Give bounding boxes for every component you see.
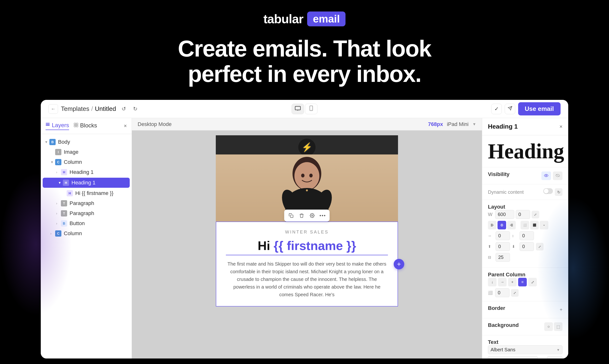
padding-top-input[interactable]	[496, 242, 510, 251]
align-left-button[interactable]	[488, 221, 497, 229]
spacing-1-button[interactable]: ⬜	[521, 221, 529, 229]
logo-lightning-icon: ⚡	[302, 142, 312, 152]
tab-blocks[interactable]: Blocks	[74, 122, 97, 130]
blocks-tab-label: Blocks	[80, 122, 97, 129]
font-weight-select[interactable]: Extra bold ▼	[488, 356, 538, 359]
text-label: Text	[488, 339, 498, 345]
dynamic-toggle[interactable]	[543, 188, 553, 194]
heading-preview: Heading	[488, 140, 564, 163]
para1-label: Paragraph	[69, 200, 128, 207]
layers-icon	[46, 123, 50, 128]
breadcrumb-parent[interactable]: Templates	[61, 105, 89, 113]
align-center-button[interactable]	[498, 221, 506, 229]
svg-rect-22	[291, 215, 293, 218]
check-button[interactable]: ✓	[491, 104, 502, 114]
undo-icon: ↺	[122, 106, 126, 112]
column1-chevron: ▼	[50, 160, 55, 164]
parent-expand2-button[interactable]: ⤢	[511, 289, 519, 297]
layer-item-column2[interactable]: › C Column	[41, 228, 132, 238]
left-panel: Layers Blocks ×	[41, 118, 132, 359]
breadcrumb-current: Untitled	[95, 105, 116, 113]
more-toolbar-icon[interactable]: •••	[319, 212, 327, 219]
layer-item-para2[interactable]: › T Paragraph	[41, 208, 132, 218]
svg-rect-9	[76, 123, 78, 125]
use-email-button[interactable]: Use email	[518, 102, 561, 116]
back-button[interactable]: ←	[48, 104, 58, 114]
width-input[interactable]	[495, 210, 514, 219]
parent-plus-button[interactable]: +	[508, 278, 517, 286]
heading1-type-badge: H	[61, 169, 67, 175]
background-label: Background	[488, 322, 519, 328]
layout-section: Layout W ⤢	[482, 200, 568, 268]
copy-toolbar-icon[interactable]	[287, 212, 295, 219]
right-panel-close-button[interactable]: ×	[559, 124, 563, 130]
expand-layout-button[interactable]: ⤢	[532, 211, 539, 218]
dynamic-content-label: Dynamic content	[488, 189, 524, 195]
background-section: Background ○ ⬚	[482, 318, 568, 335]
logo-text: tabular	[263, 12, 303, 26]
layer-item-heading1[interactable]: › H Heading 1	[41, 167, 132, 177]
layer-item-para1[interactable]: › T Paragraph	[41, 198, 132, 208]
font-size-input[interactable]	[547, 356, 563, 359]
spacing-2-button[interactable]: ⬛	[530, 221, 539, 229]
hi-label: Hi {{ firstname }}	[75, 190, 128, 196]
dynamic-controls: ↻	[543, 188, 563, 196]
bg-image-button[interactable]: ⬚	[554, 322, 563, 331]
toggle-knob	[544, 189, 549, 194]
parent-padding-input[interactable]	[495, 288, 510, 297]
layer-item-column1[interactable]: ▼ C Column	[41, 157, 132, 167]
parent-expand-button[interactable]: ⤢	[528, 278, 537, 286]
svg-rect-6	[46, 125, 50, 126]
send-button[interactable]	[505, 104, 515, 114]
visibility-show-button[interactable]	[541, 171, 551, 180]
add-border-button[interactable]: +	[560, 307, 563, 312]
layer-item-hi-firstname[interactable]: H Hi {{ firstname }}	[41, 188, 132, 198]
layer-item-heading1-selected[interactable]: ▼ H Heading 1	[43, 178, 130, 188]
bg-color-button[interactable]: ○	[544, 322, 553, 331]
parent-center-button[interactable]: ≡	[518, 278, 527, 286]
padding-bot-input[interactable]	[520, 242, 534, 251]
visibility-section: Visibility	[482, 167, 568, 184]
align-right-button[interactable]	[507, 221, 516, 229]
visibility-label: Visibility	[488, 171, 510, 177]
parent-column-label: Parent Column	[488, 272, 525, 278]
send-icon	[508, 106, 512, 112]
visibility-hide-button[interactable]	[553, 171, 563, 180]
svg-rect-28	[501, 224, 503, 224]
padding-top-icon: ⬆	[488, 244, 494, 249]
check-icon: ✓	[494, 106, 499, 112]
corner-input[interactable]	[516, 210, 530, 219]
undo-button[interactable]: ↺	[119, 104, 128, 114]
body-type-badge: B	[49, 139, 56, 145]
padding-bot-icon: ⬇	[512, 244, 518, 249]
parent-down-button[interactable]: ↓	[488, 278, 497, 286]
padding-h-input[interactable]	[496, 231, 510, 240]
background-row: Background ○ ⬚	[488, 322, 563, 331]
button-type-badge: B	[61, 220, 67, 227]
font-family-select[interactable]: Albert Sans ▼	[488, 345, 563, 354]
spacing-3-button[interactable]: ▪	[540, 221, 548, 229]
settings-toolbar-icon[interactable]	[308, 212, 316, 219]
refresh-button[interactable]: ↻	[555, 188, 563, 196]
desktop-device-button[interactable]	[291, 104, 304, 114]
padding-expand-button[interactable]: ⤢	[536, 243, 543, 250]
padding-v-input[interactable]	[520, 231, 534, 240]
para2-label: Paragraph	[69, 210, 128, 217]
layer-item-image[interactable]: I Image	[41, 147, 132, 157]
layer-tree: ▼ B Body I Image ▼ C Column	[41, 134, 132, 359]
aa-label: Aa	[540, 358, 545, 359]
min-height-input[interactable]	[496, 253, 510, 262]
svg-point-4	[311, 110, 311, 110]
min-h-icon: ⊟	[488, 255, 494, 260]
w-label: W	[488, 212, 494, 217]
parent-right-button[interactable]: →	[498, 278, 507, 286]
layer-item-body[interactable]: ▼ B Body	[41, 137, 132, 147]
delete-toolbar-icon[interactable]	[298, 212, 305, 219]
tab-layers[interactable]: Layers	[46, 122, 69, 130]
panel-close-button[interactable]: ×	[124, 123, 127, 129]
layer-item-button[interactable]: › B Button	[41, 218, 132, 228]
mobile-device-button[interactable]	[305, 104, 318, 114]
redo-button[interactable]: ↻	[130, 104, 140, 114]
parent-column-buttons: ↓ → + ≡ ⤢	[488, 278, 563, 286]
add-block-button[interactable]: +	[394, 259, 404, 269]
